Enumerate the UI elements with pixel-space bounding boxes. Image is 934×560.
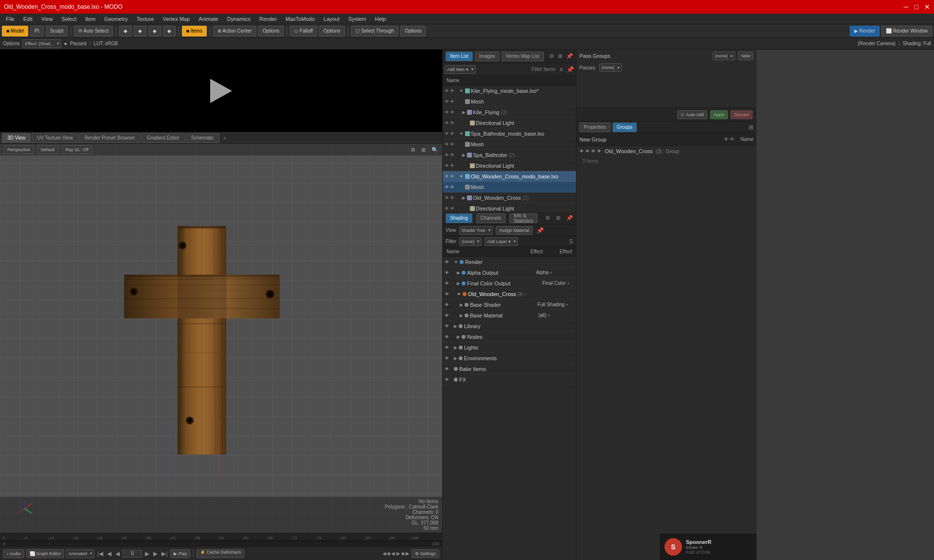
options3-btn[interactable]: Options bbox=[400, 26, 426, 36]
next-frame-btn[interactable]: ▶ bbox=[152, 550, 159, 557]
options1-btn[interactable]: Options bbox=[258, 26, 284, 36]
assign-material-pin[interactable]: 📌 bbox=[537, 227, 544, 234]
add-layer-btn[interactable]: Add Layer ▾ bbox=[485, 237, 518, 246]
frame-end-btn[interactable]: ▶| bbox=[161, 550, 168, 557]
shading-render[interactable]: 👁 ▼ Render bbox=[443, 257, 576, 267]
graph-editor-btn[interactable]: 📈 Graph Editor bbox=[26, 549, 65, 558]
play-rev-btn[interactable]: ◀ bbox=[114, 550, 121, 557]
filter-pin-icon[interactable]: 📌 bbox=[567, 66, 574, 73]
shading-settings-icon[interactable]: ⚙ bbox=[545, 215, 550, 221]
tool-btn-2[interactable]: ◆ bbox=[134, 26, 146, 36]
viewport-3d[interactable]: Perspective Default Ray GL: Off ⚙ ⊞ 🔍 bbox=[0, 144, 442, 533]
play-btn[interactable]: ▶ Play bbox=[170, 549, 190, 558]
item-cross-group[interactable]: 👁 👁 ▶ Old_Wooden_Cross (2) bbox=[443, 192, 576, 203]
options2-btn[interactable]: Options bbox=[319, 26, 344, 36]
maximize-btn[interactable]: □ bbox=[915, 3, 918, 11]
tab-info-stats[interactable]: Info & Statistics bbox=[509, 213, 538, 223]
item-cross-mesh[interactable]: 👁 👁 Mesh bbox=[443, 182, 576, 192]
menu-geometry[interactable]: Geometry bbox=[100, 15, 131, 23]
viewport-settings-icon[interactable]: ⚙ bbox=[411, 147, 415, 153]
item-spa-light[interactable]: 👁 👁 Directional Light bbox=[443, 160, 576, 171]
item-cross-light[interactable]: 👁 👁 Directional Light bbox=[443, 203, 576, 212]
shading-fx[interactable]: 👁 FX bbox=[443, 374, 576, 385]
menu-maxtomodo[interactable]: MaxToModo bbox=[282, 15, 319, 23]
minimize-btn[interactable]: ─ bbox=[904, 3, 909, 11]
shading-bake[interactable]: 👁 Bake Items bbox=[443, 364, 576, 374]
shading-alpha[interactable]: 👁 ▶ Alpha Output Alpha ▾ bbox=[443, 267, 576, 278]
frame-input[interactable] bbox=[123, 550, 142, 558]
tab-shading[interactable]: Shading bbox=[446, 213, 472, 223]
menu-vertexmap[interactable]: Vertex Map bbox=[159, 15, 194, 23]
pass-groups-dropdown[interactable]: (none) bbox=[713, 52, 735, 60]
viewport-expand-icon[interactable]: ⊞ bbox=[421, 147, 426, 153]
item-kite-scene[interactable]: 👁 👁 ▼ Kite_Flying_modo_base.lxo* bbox=[443, 86, 576, 96]
item-kite-mesh[interactable]: 👁 👁 Mesh bbox=[443, 96, 576, 107]
apply-btn[interactable]: Apply bbox=[710, 110, 728, 119]
new-pass-btn[interactable]: New bbox=[738, 52, 754, 60]
shading-finalcolor[interactable]: 👁 ▶ Final Color Output Final Color ▾ bbox=[443, 278, 576, 289]
tab-vertex-map[interactable]: Vertex Map List bbox=[502, 52, 544, 61]
menu-render[interactable]: Render bbox=[255, 15, 281, 23]
tab-gradient[interactable]: Gradient Editor bbox=[142, 133, 185, 143]
effect-dropdown[interactable]: Effect: (Shad... bbox=[22, 39, 61, 48]
tool-btn-3[interactable]: ◆ bbox=[148, 26, 161, 36]
item-spa-mesh[interactable]: 👁 👁 Mesh bbox=[443, 139, 576, 150]
tab-uvtexture[interactable]: UV Texture View bbox=[32, 133, 78, 143]
window-controls[interactable]: ─ □ ✕ bbox=[904, 3, 930, 11]
shading-base-material[interactable]: 👁 ▶ Base Material (all) ▾ bbox=[443, 310, 576, 321]
falloff-btn[interactable]: ◇ Falloff bbox=[290, 26, 317, 36]
add-item-btn[interactable]: Add Item ▾ bbox=[445, 65, 476, 74]
shading-tree[interactable]: 👁 ▼ Render 👁 ▶ Alpha Output Alpha ▾ bbox=[443, 257, 576, 560]
menu-help[interactable]: Help bbox=[371, 15, 390, 23]
menu-animate[interactable]: Animate bbox=[195, 15, 222, 23]
menu-system[interactable]: System bbox=[344, 15, 370, 23]
style-btn[interactable]: Default bbox=[37, 145, 58, 154]
menu-dynamics[interactable]: Dynamics bbox=[223, 15, 254, 23]
select-through-btn[interactable]: ⬡ Select Through bbox=[351, 26, 398, 36]
settings-btn[interactable]: ⚙ Settings bbox=[412, 549, 439, 558]
close-btn[interactable]: ✕ bbox=[924, 3, 930, 11]
tab-3dview[interactable]: 3D View bbox=[2, 133, 31, 143]
cache-deformers-btn[interactable]: ⚡ Cache Deformers bbox=[197, 549, 244, 558]
filter-icon[interactable]: ≡ bbox=[559, 66, 563, 73]
shading-environments[interactable]: 👁 ▶ Environments bbox=[443, 353, 576, 364]
viewport-search-icon[interactable]: 🔍 bbox=[431, 147, 438, 153]
menu-select[interactable]: Select bbox=[57, 15, 80, 23]
tab-add-btn[interactable]: + bbox=[220, 135, 229, 141]
prev-frame-btn[interactable]: ◀ bbox=[106, 550, 112, 557]
tab-groups[interactable]: Groups bbox=[612, 122, 637, 132]
tab-channels[interactable]: Channels bbox=[476, 213, 505, 223]
group-item-row[interactable]: 👁 👁 👁 👁 Old_Wooden_Cross (3) : Group bbox=[576, 146, 756, 157]
tool-btn-4[interactable]: ◆ bbox=[163, 26, 176, 36]
tab-item-list[interactable]: Item List bbox=[446, 52, 473, 61]
item-kite-light[interactable]: 👁 👁 Directional Light bbox=[443, 118, 576, 128]
auto-select-btn[interactable]: ⟳ Auto Select bbox=[74, 26, 112, 36]
assign-material-btn[interactable]: Assign Material bbox=[496, 226, 533, 235]
render-btn[interactable]: ▶ Render bbox=[850, 26, 880, 36]
audio-btn[interactable]: ♪ Audio bbox=[3, 549, 24, 558]
auto-add-btn[interactable]: ⊕ Auto Add bbox=[677, 110, 707, 119]
item-spa-scene[interactable]: 👁 👁 ▼ Spa_Bathrobe_modo_base.lxo bbox=[443, 128, 576, 139]
item-spa-group[interactable]: 👁 👁 ▶ Spa_Bathrobe (2) bbox=[443, 150, 576, 160]
discard-btn[interactable]: Discard bbox=[731, 110, 753, 119]
play-fwd-btn[interactable]: ▶ bbox=[144, 550, 150, 557]
shading-cross-group[interactable]: 👁 ▼ Old_Wooden_Cross (3) ○ bbox=[443, 289, 576, 299]
animated-dropdown[interactable]: Animated bbox=[66, 549, 94, 558]
item-kite-group[interactable]: 👁 👁 ▶ Kite_Flying (2) bbox=[443, 107, 576, 118]
items-btn[interactable]: ■ Items bbox=[182, 26, 207, 36]
play-button[interactable] bbox=[207, 76, 236, 105]
menu-layout[interactable]: Layout bbox=[320, 15, 343, 23]
pt-btn[interactable]: Pt bbox=[30, 26, 43, 36]
shading-base-shader[interactable]: 👁 ▶ Base Shader Full Shading ▾ bbox=[443, 299, 576, 310]
item-list-pin-icon[interactable]: 📌 bbox=[566, 53, 573, 59]
tab-images[interactable]: Images bbox=[475, 52, 500, 61]
model-btn[interactable]: ■ Model bbox=[2, 26, 28, 36]
props-expand-icon[interactable]: ⊞ bbox=[749, 124, 754, 131]
shading-library[interactable]: 👁 ▶ Library bbox=[443, 321, 576, 332]
perspective-btn[interactable]: Perspective bbox=[4, 145, 34, 154]
item-list-expand-icon[interactable]: ⊞ bbox=[558, 53, 562, 59]
item-list-settings-icon[interactable]: ⚙ bbox=[549, 53, 554, 59]
tab-renderpreset[interactable]: Render Preset Browser bbox=[79, 133, 141, 143]
filter-dropdown[interactable]: (none) bbox=[459, 237, 482, 246]
shading-expand-icon[interactable]: ⊞ bbox=[556, 215, 560, 221]
